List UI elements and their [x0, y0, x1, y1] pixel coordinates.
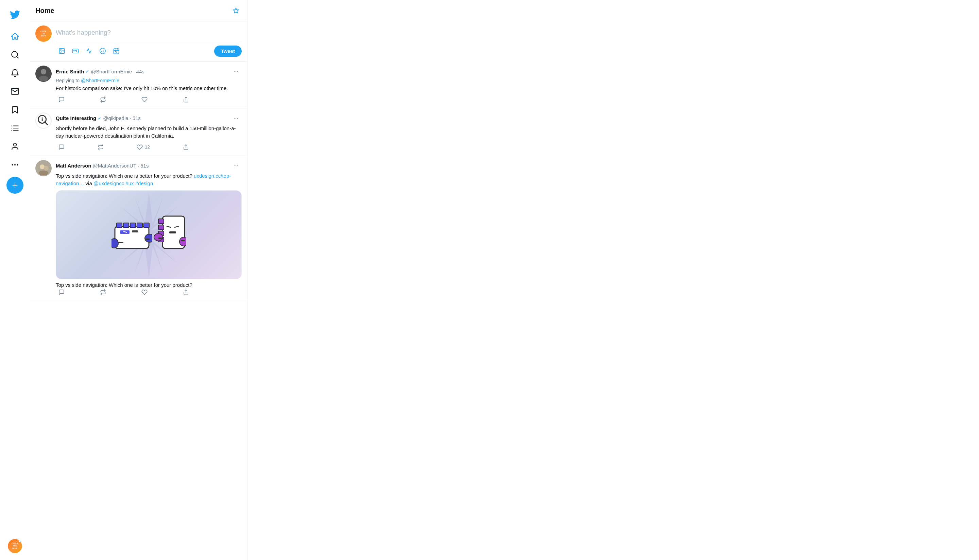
compose-input-area: What's happening?: [56, 25, 242, 61]
page-title: Home: [35, 7, 54, 15]
tweet-2-meta: Quite Interesting ✓ @qikipedia · 51s: [56, 115, 141, 121]
tweet-2-avatar: [35, 112, 52, 129]
svg-line-1: [17, 57, 18, 58]
tweet-1-verified-icon: ✓: [85, 68, 89, 74]
sidebar-item-home[interactable]: [7, 28, 23, 45]
tweet-2-like-action[interactable]: 12: [134, 143, 152, 152]
page-header: Home: [30, 0, 247, 22]
compose-placeholder[interactable]: What's happening?: [56, 25, 242, 42]
tweet-3-mention[interactable]: @uxdesigncc: [93, 180, 124, 186]
compose-schedule-button[interactable]: [110, 45, 122, 57]
tweet-1-author: Ernie Smith: [56, 68, 84, 74]
tweet-1-retweet-action[interactable]: [97, 95, 109, 104]
tweet-3-avatar: [35, 160, 52, 177]
sidebar-item-bookmarks[interactable]: [7, 101, 23, 118]
sidebar-item-messages[interactable]: [7, 83, 23, 100]
tweet-1-meta: Ernie Smith ✓ @ShortFormErnie · 44s: [56, 68, 145, 74]
tweet-3-header: Matt Anderson @MattAndersonUT · 51s ···: [56, 160, 242, 172]
tweet-3-author: Matt Anderson: [56, 163, 91, 168]
tweet-2-like-count: 12: [145, 144, 150, 150]
tweet-1-time: 44s: [136, 68, 145, 74]
svg-rect-41: [123, 223, 129, 228]
sidebar-user-avatar[interactable]: CODE THE WEB: [8, 539, 22, 553]
tweet-3-share-action[interactable]: [180, 288, 192, 297]
tweet-1: Ernie Smith ✓ @ShortFormErnie · 44s ··· …: [30, 62, 247, 108]
svg-point-60: [154, 233, 163, 241]
compose-toolbar: Tweet: [56, 42, 242, 61]
sidebar-item-profile[interactable]: [7, 138, 23, 155]
twitter-logo[interactable]: [6, 5, 24, 25]
tweet-3-meta: Matt Anderson @MattAndersonUT · 51s: [56, 163, 148, 168]
tweet-1-share-action[interactable]: [180, 95, 192, 104]
svg-rect-59: [169, 232, 176, 233]
sidebar-item-lists[interactable]: [7, 120, 23, 137]
compose-section: CODE THE WEB What's happening?: [30, 22, 247, 62]
svg-rect-46: [132, 230, 138, 232]
tweet-3-hashtag-ux[interactable]: #ux: [125, 180, 133, 186]
tweet-2-handle: @qikipedia: [103, 115, 128, 121]
sidebar-item-more[interactable]: [7, 156, 23, 173]
avatar-notification-badge: [19, 539, 22, 542]
tweet-2-actions: 12: [56, 143, 192, 152]
main-content: Home CODE THE WEB What's happening?: [30, 0, 247, 560]
tweet-1-like-action[interactable]: [139, 95, 150, 104]
tweet-2-more-button[interactable]: ···: [230, 112, 242, 124]
tweet-1-reply-action[interactable]: [56, 95, 67, 104]
tweet-1-text: For historic comparison sake: I've only …: [56, 85, 242, 92]
tweet-2-share-action[interactable]: [180, 143, 192, 152]
tweet-3-like-action[interactable]: [139, 288, 150, 297]
sparkle-button[interactable]: [230, 5, 242, 16]
tweet-1-content: Ernie Smith ✓ @ShortFormErnie · 44s ··· …: [56, 66, 242, 104]
tweet-2-verified-icon: ✓: [98, 115, 102, 121]
tweet-3-image-inner: [56, 191, 241, 279]
svg-point-25: [41, 69, 46, 74]
tweet-2-retweet-action[interactable]: [95, 143, 107, 152]
tweet-3-content: Matt Anderson @MattAndersonUT · 51s ··· …: [56, 160, 242, 297]
tweet-1-more-button[interactable]: ···: [230, 66, 242, 77]
tweet-3-actions: [56, 288, 192, 297]
tweet-2: Quite Interesting ✓ @qikipedia · 51s ···…: [30, 108, 247, 156]
tweet-submit-button[interactable]: Tweet: [214, 45, 242, 57]
tweet-2-content: Quite Interesting ✓ @qikipedia · 51s ···…: [56, 112, 242, 152]
tweet-1-reply-handle[interactable]: @ShortFormErnie: [81, 78, 119, 83]
sidebar-item-search[interactable]: [7, 46, 23, 63]
compose-poll-button[interactable]: [83, 45, 95, 57]
tweet-3-retweet-action[interactable]: [97, 288, 109, 297]
tweet-1-reply-label: Replying to @ShortFormErnie: [56, 78, 242, 83]
svg-rect-20: [114, 48, 119, 54]
tweet-3-reply-action[interactable]: [56, 288, 67, 297]
svg-rect-43: [137, 223, 142, 228]
tweet-3-image-caption: Top vs side navigation: Which one is bet…: [56, 282, 242, 288]
tweet-1-header: Ernie Smith ✓ @ShortFormErnie · 44s ···: [56, 66, 242, 77]
tweet-1-handle: @ShortFormErnie: [91, 68, 132, 74]
tweet-2-time: 51s: [133, 115, 141, 121]
ernie-avatar-image: [35, 66, 52, 82]
svg-point-11: [12, 165, 13, 165]
compose-gif-button[interactable]: [69, 45, 82, 57]
tweet-3-hashtag-design[interactable]: #design: [135, 180, 153, 186]
compose-emoji-button[interactable]: [97, 45, 109, 57]
compose-user-avatar: CODE THE WEB: [35, 25, 52, 42]
svg-rect-42: [130, 223, 136, 228]
compose-image-button[interactable]: [56, 45, 68, 57]
compose-tools: [56, 45, 214, 57]
tweet-3-time: 51s: [140, 163, 148, 168]
svg-point-49: [145, 234, 152, 242]
tweet-2-reply-action[interactable]: [56, 143, 67, 152]
compose-button[interactable]: [7, 177, 23, 194]
tweet-3-image[interactable]: [56, 190, 242, 279]
tweet-3-more-button[interactable]: ···: [230, 160, 242, 172]
tweet-1-avatar: [35, 66, 52, 82]
svg-point-26: [39, 76, 48, 81]
svg-point-9: [15, 165, 15, 165]
tweet-2-author: Quite Interesting: [56, 115, 96, 121]
matt-avatar-image: [35, 160, 52, 177]
tweet-1-actions: [56, 95, 192, 104]
svg-rect-40: [117, 223, 122, 228]
sidebar-item-notifications[interactable]: [7, 65, 23, 82]
tweet-2-text: Shortly before he died, John F. Kennedy …: [56, 125, 242, 140]
svg-rect-53: [158, 219, 164, 223]
svg-rect-54: [158, 225, 164, 230]
svg-point-10: [17, 165, 18, 165]
svg-point-36: [44, 166, 48, 171]
